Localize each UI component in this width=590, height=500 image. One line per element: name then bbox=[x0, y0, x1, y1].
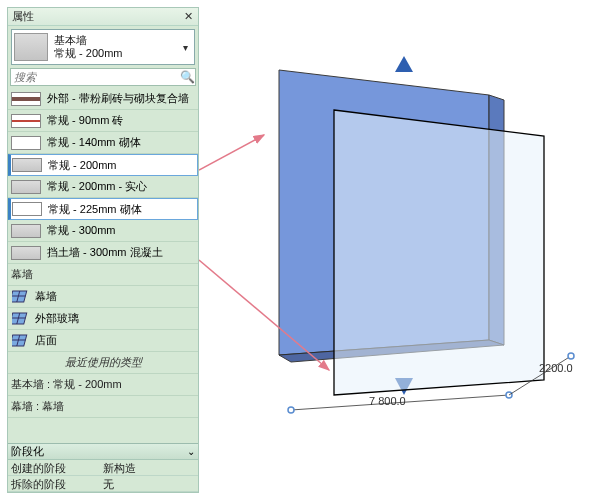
properties-panel: 属性 ✕ 基本墙 常规 - 200mm ▾ 🔍 外部 - 带粉刷砖与砌块复合墙 … bbox=[7, 7, 199, 493]
wall-type-item[interactable]: 外部 - 带粉刷砖与砌块复合墙 bbox=[8, 88, 198, 110]
wall-type-item[interactable]: 常规 - 300mm bbox=[8, 220, 198, 242]
curtain-type-item[interactable]: 店面 bbox=[8, 330, 198, 352]
curtain-type-item[interactable]: 幕墙 bbox=[8, 286, 198, 308]
swatch-icon bbox=[11, 224, 41, 238]
wall-type-item[interactable]: 常规 - 200mm - 实心 bbox=[8, 176, 198, 198]
dim-width[interactable]: 7 800.0 bbox=[369, 395, 406, 407]
family-type-selector[interactable]: 基本墙 常规 - 200mm ▾ bbox=[11, 29, 195, 65]
dim-depth[interactable]: 2200.0 bbox=[539, 362, 573, 374]
wall-type-item[interactable]: 挡土墙 - 300mm 混凝土 bbox=[8, 242, 198, 264]
curtain-wall-icon bbox=[11, 289, 31, 305]
wall-type-item[interactable]: 常规 - 90mm 砖 bbox=[8, 110, 198, 132]
swatch-icon bbox=[12, 202, 42, 216]
svg-point-8 bbox=[568, 353, 574, 359]
phase-demolished-row[interactable]: 拆除的阶段无 bbox=[8, 476, 198, 492]
type-thumbnail bbox=[14, 33, 48, 61]
phasing-header[interactable]: 阶段化 ⌄ bbox=[8, 444, 198, 460]
viewport-3d[interactable]: 7 800.0 2200.0 bbox=[199, 0, 590, 500]
type-list[interactable]: 外部 - 带粉刷砖与砌块复合墙 常规 - 90mm 砖 常规 - 140mm 砌… bbox=[8, 88, 198, 443]
panel-title: 属性 bbox=[12, 9, 34, 24]
section-curtain-wall: 幕墙 bbox=[8, 264, 198, 286]
chevron-down-icon[interactable]: ▾ bbox=[178, 42, 192, 53]
swatch-icon bbox=[12, 158, 42, 172]
expand-icon[interactable]: ⌄ bbox=[187, 446, 195, 457]
swatch-icon bbox=[11, 92, 41, 106]
close-icon[interactable]: ✕ bbox=[182, 11, 194, 23]
panel-header[interactable]: 属性 ✕ bbox=[8, 8, 198, 26]
curtain-type-item[interactable]: 外部玻璃 bbox=[8, 308, 198, 330]
curtain-wall-icon bbox=[11, 311, 31, 327]
search-row[interactable]: 🔍 bbox=[10, 68, 196, 86]
swatch-icon bbox=[11, 114, 41, 128]
search-input[interactable] bbox=[11, 71, 179, 83]
wall-type-item[interactable]: 常规 - 140mm 砌体 bbox=[8, 132, 198, 154]
curtain-wall-icon bbox=[11, 333, 31, 349]
nav-up-arrow bbox=[395, 56, 413, 72]
swatch-icon bbox=[11, 180, 41, 194]
recent-item[interactable]: 幕墙 : 幕墙 bbox=[8, 396, 198, 418]
search-icon[interactable]: 🔍 bbox=[179, 70, 195, 84]
section-recent: 最近使用的类型 bbox=[8, 352, 198, 374]
wall-type-item-selected[interactable]: 常规 - 200mm bbox=[8, 154, 198, 176]
type-text: 基本墙 常规 - 200mm bbox=[54, 34, 178, 60]
recent-item[interactable]: 基本墙 : 常规 - 200mm bbox=[8, 374, 198, 396]
svg-point-5 bbox=[288, 407, 294, 413]
svg-marker-3 bbox=[334, 110, 544, 395]
phase-created-row[interactable]: 创建的阶段新构造 bbox=[8, 460, 198, 476]
swatch-icon bbox=[11, 136, 41, 150]
wall-type-item-highlight[interactable]: 常规 - 225mm 砌体 bbox=[8, 198, 198, 220]
swatch-icon bbox=[11, 246, 41, 260]
viewport-svg bbox=[199, 0, 590, 500]
phasing-section: 阶段化 ⌄ 创建的阶段新构造 拆除的阶段无 bbox=[8, 443, 198, 492]
svg-line-9 bbox=[199, 135, 264, 170]
